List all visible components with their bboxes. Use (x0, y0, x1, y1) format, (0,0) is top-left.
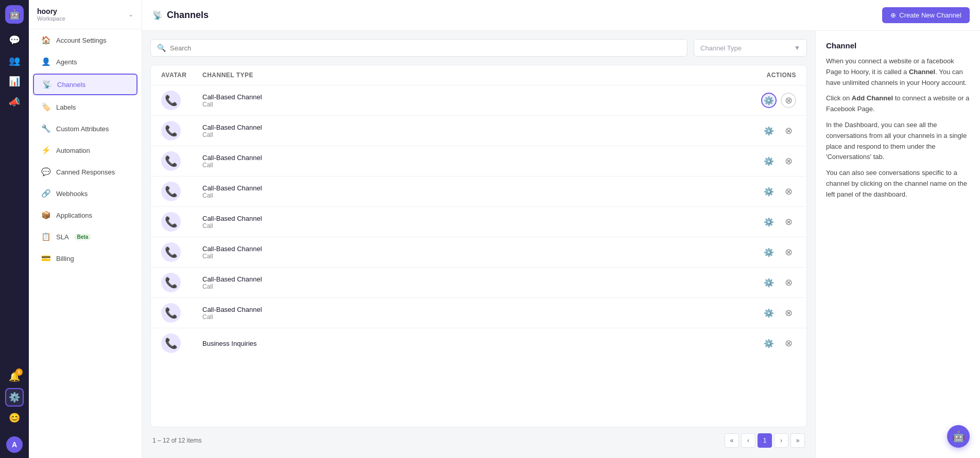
automation-icon: ⚡ (41, 146, 51, 155)
page-last-button[interactable]: » (790, 433, 805, 448)
delete-button[interactable]: ⊗ (781, 123, 796, 138)
nav-reports[interactable]: 📊 (5, 72, 24, 91)
sidebar-label-applications: Applications (56, 212, 92, 219)
workspace-switcher[interactable]: hoory Workspace ⌄ (29, 0, 142, 29)
channel-type-text: Call (202, 253, 734, 260)
search-input[interactable] (170, 44, 681, 52)
workspace-chevron-icon: ⌄ (128, 11, 133, 18)
sidebar-label-webhooks: Webhooks (56, 190, 88, 198)
sidebar-item-billing[interactable]: 💳 Billing (33, 249, 137, 268)
channel-info: Call-Based Channel Call (202, 93, 734, 108)
channel-name: Call-Based Channel (202, 306, 734, 313)
filter-row: 🔍 Channel Type ▼ (150, 39, 807, 57)
channel-avatar: 📞 (161, 303, 181, 323)
page-next-button[interactable]: › (774, 433, 788, 448)
billing-icon: 💳 (41, 254, 51, 263)
col-actions: Actions (734, 72, 796, 79)
channel-info: Call-Based Channel Call (202, 275, 734, 290)
sidebar-item-channels[interactable]: 📡 Channels (33, 74, 137, 95)
sidebar-label-account-settings: Account Settings (56, 37, 107, 44)
info-panel-para3: In the Dashboard, you can see all the co… (826, 120, 970, 163)
channel-name: Call-Based Channel (202, 124, 734, 131)
channel-info: Call-Based Channel Call (202, 215, 734, 230)
sidebar-item-sla[interactable]: 📋 SLA Beta (33, 227, 137, 246)
settings-button[interactable]: ⚙️ (761, 184, 777, 199)
webhooks-icon: 🔗 (41, 189, 51, 198)
delete-button[interactable]: ⊗ (781, 153, 796, 169)
sla-icon: 📋 (41, 232, 51, 241)
create-new-channel-button[interactable]: ⊕ Create New Channel (882, 7, 970, 23)
applications-icon: 📦 (41, 210, 51, 220)
nav-contacts[interactable]: 👥 (5, 51, 24, 70)
notification-badge: 5 (15, 368, 23, 376)
sidebar-item-custom-attributes[interactable]: 🔧 Custom Attributes (33, 119, 137, 138)
table-row: 📞 Call-Based Channel Call ⚙️ ⊗ (151, 207, 806, 237)
delete-button[interactable]: ⊗ (781, 244, 796, 260)
row-actions: ⚙️ ⊗ (734, 123, 796, 138)
settings-button[interactable]: ⚙️ (761, 275, 777, 290)
sidebar-item-canned-responses[interactable]: 💬 Canned Responses (33, 162, 137, 182)
user-avatar[interactable]: A (6, 436, 23, 453)
channel-type-filter[interactable]: Channel Type ▼ (694, 39, 807, 57)
sidebar: hoory Workspace ⌄ 🏠 Account Settings 👤 A… (29, 0, 142, 458)
page-first-button[interactable]: « (725, 433, 739, 448)
channels-icon: 📡 (42, 80, 52, 89)
sla-badge: Beta (74, 234, 92, 240)
floating-chat-bot[interactable]: 🤖 (947, 425, 970, 448)
pagination: 1 – 12 of 12 items « ‹ 1 › » (150, 427, 807, 450)
settings-button[interactable]: ⚙️ (761, 336, 777, 351)
table-row: 📞 Call-Based Channel Call ⚙️ ⊗ (151, 237, 806, 268)
icon-nav: 🤖 💬 👥 📊 📣 🔔 5 ⚙️ 😊 A (0, 0, 29, 458)
nav-notifications[interactable]: 🔔 5 (5, 367, 24, 386)
channel-info: Call-Based Channel Call (202, 184, 734, 199)
channel-type-text: Call (202, 101, 734, 108)
delete-button[interactable]: ⊗ (781, 275, 796, 290)
delete-button[interactable]: ⊗ (781, 184, 796, 199)
sidebar-item-automation[interactable]: ⚡ Automation (33, 140, 137, 160)
channel-type-text: Call (202, 283, 734, 290)
sidebar-item-webhooks[interactable]: 🔗 Webhooks (33, 184, 137, 203)
agents-icon: 👤 (41, 57, 51, 66)
delete-button[interactable]: ⊗ (781, 93, 796, 108)
channel-avatar: 📞 (161, 333, 181, 353)
pagination-summary: 1 – 12 of 12 items (152, 437, 201, 444)
sidebar-item-labels[interactable]: 🏷️ Labels (33, 97, 137, 117)
channel-type-text: Call (202, 162, 734, 169)
channel-type-text: Call (202, 192, 734, 199)
app-logo: 🤖 (5, 5, 24, 24)
page-prev-button[interactable]: ‹ (741, 433, 755, 448)
sidebar-item-agents[interactable]: 👤 Agents (33, 52, 137, 72)
page-1-button[interactable]: 1 (758, 433, 772, 448)
nav-conversations[interactable]: 💬 (5, 31, 24, 49)
delete-button[interactable]: ⊗ (781, 214, 796, 230)
settings-button[interactable]: ⚙️ (761, 93, 777, 108)
settings-button[interactable]: ⚙️ (761, 123, 777, 138)
search-box: 🔍 (150, 39, 687, 57)
workspace-label: Workspace (37, 15, 65, 22)
nav-help[interactable]: 😊 (5, 409, 24, 427)
channel-avatar: 📞 (161, 242, 181, 262)
table-row: 📞 Call-Based Channel Call ⚙️ ⊗ (151, 268, 806, 298)
delete-button[interactable]: ⊗ (781, 305, 796, 321)
settings-button[interactable]: ⚙️ (761, 244, 777, 260)
page-controls: « ‹ 1 › » (725, 433, 805, 448)
nav-settings[interactable]: ⚙️ (5, 388, 24, 407)
delete-button[interactable]: ⊗ (781, 336, 796, 351)
sidebar-label-labels: Labels (56, 103, 76, 111)
sidebar-label-sla: SLA (56, 233, 69, 241)
info-panel-para2: Click on Add Channel to connect a websit… (826, 93, 970, 115)
info-panel: Channel When you connect a website or a … (815, 31, 980, 458)
row-actions: ⚙️ ⊗ (734, 153, 796, 169)
table-row: 📞 Call-Based Channel Call ⚙️ ⊗ (151, 146, 806, 177)
settings-button[interactable]: ⚙️ (761, 153, 777, 169)
settings-button[interactable]: ⚙️ (761, 214, 777, 230)
table-row: 📞 Call-Based Channel Call ⚙️ ⊗ (151, 85, 806, 116)
channel-avatar: 📞 (161, 151, 181, 171)
settings-button[interactable]: ⚙️ (761, 305, 777, 321)
col-avatar: Avatar (161, 72, 202, 79)
sidebar-item-applications[interactable]: 📦 Applications (33, 205, 137, 225)
sidebar-item-account-settings[interactable]: 🏠 Account Settings (33, 30, 137, 50)
nav-campaigns[interactable]: 📣 (5, 93, 24, 111)
sidebar-label-agents: Agents (56, 58, 77, 66)
table-row: 📞 Call-Based Channel Call ⚙️ ⊗ (151, 177, 806, 207)
